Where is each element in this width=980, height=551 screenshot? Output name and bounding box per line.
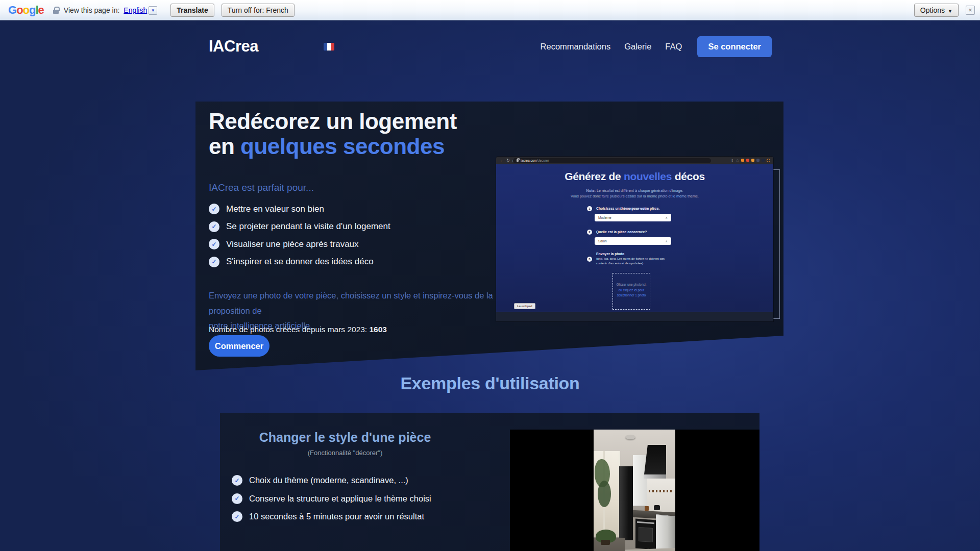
step-number: 3 bbox=[587, 257, 592, 262]
list-item: ✓ Choix du thème (moderne, scandinave, .… bbox=[232, 475, 431, 486]
hero-title: Redécorez un logement en quelques second… bbox=[209, 109, 457, 159]
chevron-up-icon: ∧ bbox=[666, 239, 668, 243]
chevron-up-icon: ∧ bbox=[666, 216, 668, 219]
refresh-icon: ↻ bbox=[506, 159, 510, 163]
upload-dropzone: Glisser une photo ici, ou cliquez ici po… bbox=[612, 273, 650, 310]
google-logo-icon: Google bbox=[8, 4, 44, 17]
screenshot-title: Générez de nouvelles décos bbox=[496, 170, 773, 183]
main-nav: Recommandations Galerie FAQ Se connecter bbox=[541, 36, 772, 57]
login-button[interactable]: Se connecter bbox=[697, 36, 772, 57]
list-item: ✓ Visualiser une pièce après travaux bbox=[209, 239, 390, 249]
star-icon: ☆ bbox=[736, 159, 739, 162]
kitchen-photo bbox=[594, 430, 675, 551]
list-item: ✓ Conserve la structure et applique le t… bbox=[232, 493, 431, 504]
launchpad-tooltip: Launchpad bbox=[514, 303, 535, 309]
extension-icon bbox=[741, 159, 744, 162]
extension-icon bbox=[746, 159, 749, 162]
check-icon: ✓ bbox=[232, 511, 242, 522]
padlock-icon bbox=[517, 159, 519, 162]
browser-toolbar: ← ↻ ⌂ iacrea.com/decorer ⇩ ☆ bbox=[496, 157, 773, 164]
language-dropdown[interactable]: ▼ bbox=[149, 6, 157, 15]
check-icon: ✓ bbox=[209, 204, 219, 214]
page-background: IACrea Recommandations Galerie FAQ Se co… bbox=[0, 20, 980, 551]
hero-title-accent: quelques secondes bbox=[240, 134, 445, 159]
photo-counter-value: 1603 bbox=[369, 325, 386, 334]
nav-item-faq[interactable]: FAQ bbox=[665, 42, 682, 52]
screenshot-content: Générez de nouvelles décos Note: Le résu… bbox=[496, 164, 773, 312]
screenshot-window-edge bbox=[496, 312, 773, 321]
back-icon: ← bbox=[500, 159, 504, 163]
example-card-title: Changer le style d'une pièce bbox=[220, 430, 470, 445]
example-card-text: Changer le style d'une pièce (Fonctionna… bbox=[220, 413, 485, 551]
check-icon: ✓ bbox=[209, 221, 219, 232]
screenshot-note: Note: Le résultat est différent à chaque… bbox=[496, 188, 773, 193]
example-image bbox=[510, 430, 760, 551]
step-label: Envoyer la photo bbox=[596, 252, 624, 256]
url-bar: iacrea.com/decorer bbox=[513, 158, 711, 163]
commencer-button[interactable]: Commencer bbox=[209, 335, 270, 357]
theme-select: Moderne ∧ bbox=[595, 214, 671, 221]
nav-item-recommandations[interactable]: Recommandations bbox=[541, 42, 611, 52]
perfect-for-label: IACrea est parfait pour... bbox=[209, 182, 314, 193]
example-card-subtitle: (Fonctionnalité "décorer") bbox=[220, 449, 470, 457]
browser-extension-icons: ⇩ ☆ bbox=[731, 159, 770, 162]
translate-button[interactable]: Translate bbox=[170, 4, 214, 17]
check-icon: ✓ bbox=[209, 257, 219, 267]
example-checklist: ✓ Choix du thème (moderne, scandinave, .… bbox=[232, 475, 431, 522]
turn-off-button[interactable]: Turn off for: French bbox=[222, 4, 295, 17]
view-page-label: View this page in: bbox=[64, 6, 119, 14]
site-header: IACrea Recommandations Galerie FAQ Se co… bbox=[209, 32, 772, 61]
check-icon: ✓ bbox=[232, 475, 242, 486]
extension-icon bbox=[762, 159, 765, 162]
step-number: 1 bbox=[587, 206, 592, 211]
room-select: Salon ∧ bbox=[595, 237, 671, 245]
step-label: Quelle est la pièce concernée? bbox=[596, 230, 647, 234]
check-icon: ✓ bbox=[232, 493, 242, 504]
options-button[interactable]: Options▼ bbox=[914, 4, 959, 17]
extension-icon bbox=[751, 159, 754, 162]
page-root: Google View this page in: English ▼ Tran… bbox=[0, 0, 980, 551]
profile-icon bbox=[767, 159, 770, 162]
nav-item-galerie[interactable]: Galerie bbox=[624, 42, 651, 52]
lock-icon bbox=[53, 7, 59, 14]
example-card: Changer le style d'une pièce (Fonctionna… bbox=[220, 413, 760, 551]
french-flag-icon bbox=[324, 43, 334, 51]
download-icon: ⇩ bbox=[731, 159, 734, 162]
extension-icon bbox=[756, 159, 760, 162]
list-item: ✓ Se projeter pendant la visite d'un log… bbox=[209, 221, 390, 232]
caret-down-icon: ▼ bbox=[151, 8, 155, 13]
list-item: ✓ Mettre en valeur son bien bbox=[209, 204, 390, 214]
close-icon[interactable]: × bbox=[966, 6, 975, 15]
caret-down-icon: ▼ bbox=[948, 9, 952, 14]
language-link[interactable]: English bbox=[124, 6, 147, 14]
step-label: Choisissez un thème pour votre pièce. bbox=[596, 207, 659, 210]
check-icon: ✓ bbox=[209, 239, 219, 249]
app-screenshot: ← ↻ ⌂ iacrea.com/decorer ⇩ ☆ bbox=[496, 157, 773, 321]
step-number: 2 bbox=[587, 230, 592, 235]
photo-counter: Nombre de photos créées depuis mars 2023… bbox=[209, 325, 387, 334]
examples-section-title: Exemples d'utilisation bbox=[0, 373, 980, 393]
hero-checklist: ✓ Mettre en valeur son bien ✓ Se projete… bbox=[209, 204, 390, 267]
list-item: ✓ 10 secondes à 5 minutes pour avoir un … bbox=[232, 511, 431, 522]
list-item: ✓ S'inspirer et se donner des idées déco bbox=[209, 257, 390, 267]
screenshot-note: Vous pouvez donc faire plusieurs essais … bbox=[496, 194, 773, 198]
google-translate-bar: Google View this page in: English ▼ Tran… bbox=[0, 0, 980, 20]
brand-logo[interactable]: IACrea bbox=[209, 37, 258, 56]
